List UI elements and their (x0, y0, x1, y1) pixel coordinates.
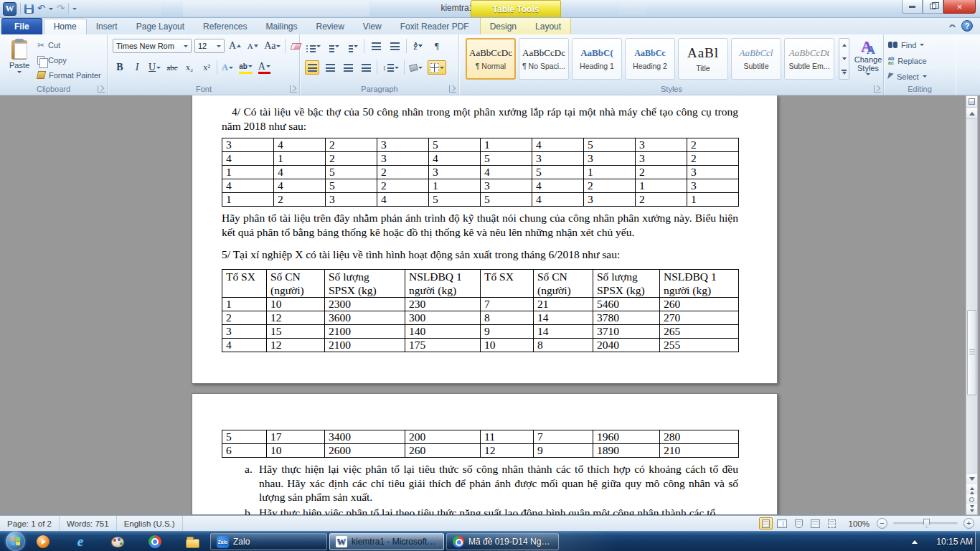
style-subtitle[interactable]: AaBbCclSubtitle (731, 38, 781, 80)
minimize-button[interactable] (902, 0, 923, 14)
superscript-button[interactable]: x² (199, 60, 214, 75)
style-heading2[interactable]: AaBbCcHeading 2 (625, 38, 675, 80)
table-cell[interactable]: 4 (532, 179, 584, 193)
table-cell[interactable]: 12 (267, 338, 325, 352)
shading-button[interactable] (408, 60, 424, 75)
font-color-button[interactable]: A (257, 60, 272, 75)
table-cell[interactable]: 5 (326, 179, 377, 193)
table-cell[interactable]: 2100 (325, 324, 405, 338)
table-cell[interactable]: 12 (481, 444, 534, 458)
table-cell[interactable]: 10 (481, 338, 534, 352)
web-layout-view-button[interactable] (792, 517, 806, 529)
zoom-out-button[interactable]: − (877, 518, 887, 529)
table-cell[interactable]: 2040 (593, 338, 660, 352)
outline-view-button[interactable] (809, 517, 822, 529)
tab-insert[interactable]: Insert (87, 19, 127, 34)
gallery-more-button[interactable] (839, 65, 849, 79)
table-cell[interactable]: 175 (405, 338, 481, 352)
decrease-indent-button[interactable] (369, 39, 383, 53)
paste-dropdown-arrow[interactable] (17, 71, 22, 73)
table-cell[interactable]: 3600 (325, 311, 405, 324)
table-cell[interactable]: 2 (687, 138, 739, 152)
table-cell[interactable]: 1 (222, 166, 274, 179)
grow-font-button[interactable]: A (227, 39, 242, 53)
table-cell[interactable]: 1 (222, 193, 274, 207)
italic-button[interactable]: I (130, 60, 144, 75)
scrollbar-track[interactable] (966, 119, 977, 473)
table-cell[interactable]: 3780 (593, 311, 660, 324)
header-cell[interactable]: Số CN (người) (534, 269, 593, 297)
redo-icon[interactable]: ↷ (57, 2, 65, 15)
table-cell[interactable]: 230 (405, 297, 481, 311)
table-cell[interactable]: 1 (636, 179, 687, 193)
paragraph-dialog-launcher[interactable] (449, 85, 456, 93)
table-cell[interactable]: 8 (481, 311, 534, 324)
sort-button[interactable]: AZ (411, 39, 425, 53)
table-cell[interactable]: 11 (481, 430, 534, 444)
change-styles-button[interactable]: AA Change Styles (853, 37, 883, 88)
table-cell[interactable]: 5 (481, 193, 532, 207)
align-center-button[interactable] (323, 60, 337, 75)
collapse-ribbon-icon[interactable] (949, 24, 956, 28)
word-app-icon[interactable]: W (3, 2, 17, 16)
paint-icon[interactable] (109, 533, 126, 550)
table-cell[interactable]: 260 (660, 297, 739, 311)
taskbar-button-word[interactable]: W kiemtra1 - Microsoft ... (329, 533, 444, 550)
table-cell[interactable]: 3 (222, 138, 274, 152)
underline-button[interactable]: U (147, 60, 162, 75)
table-cell[interactable]: 2 (636, 166, 687, 179)
tab-file[interactable]: File (1, 18, 42, 34)
restore-button[interactable] (923, 0, 943, 14)
table-cell[interactable]: 2 (636, 193, 687, 207)
table-cell[interactable]: 3 (636, 152, 687, 166)
bullets-button[interactable] (305, 39, 322, 53)
table-cell[interactable]: 5 (429, 138, 481, 152)
internet-explorer-icon[interactable]: e (72, 533, 89, 550)
draft-view-button[interactable] (825, 517, 839, 529)
table-cell[interactable]: 2600 (325, 444, 405, 458)
numbering-button[interactable] (326, 39, 341, 53)
header-cell[interactable]: NSLĐBQ 1 người (kg) (405, 269, 481, 297)
tab-layout[interactable]: Layout (526, 19, 570, 34)
paste-button[interactable]: Paste (4, 37, 34, 86)
tab-review[interactable]: Review (306, 19, 353, 34)
gallery-scroll-down[interactable] (839, 52, 849, 66)
table-cell[interactable]: 1890 (593, 444, 660, 458)
table-cell[interactable]: 2 (222, 311, 267, 324)
show-hidden-icons-arrow[interactable] (912, 537, 918, 544)
line-spacing-button[interactable]: ↕ (381, 60, 400, 75)
table-cell[interactable]: 1 (584, 166, 636, 179)
table-cell[interactable]: 2 (687, 152, 739, 166)
close-button[interactable]: × (943, 0, 976, 14)
table-cell[interactable]: 5460 (593, 297, 660, 311)
table-cell[interactable]: 280 (660, 430, 739, 444)
header-cell[interactable]: Tổ SX (222, 269, 267, 297)
table-cell[interactable]: 21 (534, 297, 593, 311)
question-item-b[interactable]: b. Hãy thực hiện việc phân tổ lại theo t… (222, 506, 738, 516)
table-cell[interactable]: 10 (267, 297, 325, 311)
scroll-down-button[interactable] (966, 473, 977, 484)
table-cell[interactable]: 210 (660, 444, 739, 458)
tab-design[interactable]: Design (481, 19, 526, 34)
paragraph-problem-4[interactable]: 4/ Có tài liệu về bậc thợ của 50 công nh… (222, 105, 738, 133)
table-cell[interactable]: 4 (274, 138, 326, 152)
strikethrough-button[interactable]: abc (165, 60, 179, 75)
table-cell[interactable]: 4 (274, 166, 326, 179)
question-item-a[interactable]: a. Hãy thực hiện lại việc phân tổ lại ti… (222, 462, 738, 504)
table-cell[interactable]: 4 (274, 179, 326, 193)
table-cell[interactable]: 255 (660, 338, 739, 352)
tab-view[interactable]: View (354, 19, 391, 34)
table-cell[interactable]: 17 (267, 430, 325, 444)
paragraph-instruction-4[interactable]: Hãy phân tổ tài liệu trên đây nhằm phản … (222, 211, 738, 239)
table-cell[interactable]: 9 (534, 444, 593, 458)
full-screen-reading-view-button[interactable] (776, 517, 789, 529)
table-cell[interactable]: 3 (377, 138, 429, 152)
zoom-in-button[interactable]: + (963, 518, 974, 529)
media-player-icon[interactable] (34, 533, 52, 550)
taskbar-button-chrome[interactable]: Mã đề 019-D14 Nguy... (446, 533, 559, 550)
align-right-button[interactable] (341, 60, 355, 75)
borders-button[interactable] (428, 60, 446, 75)
table-cell[interactable]: 5 (222, 430, 267, 444)
table-cell[interactable]: 1 (222, 297, 267, 311)
align-left-button[interactable] (305, 60, 319, 75)
